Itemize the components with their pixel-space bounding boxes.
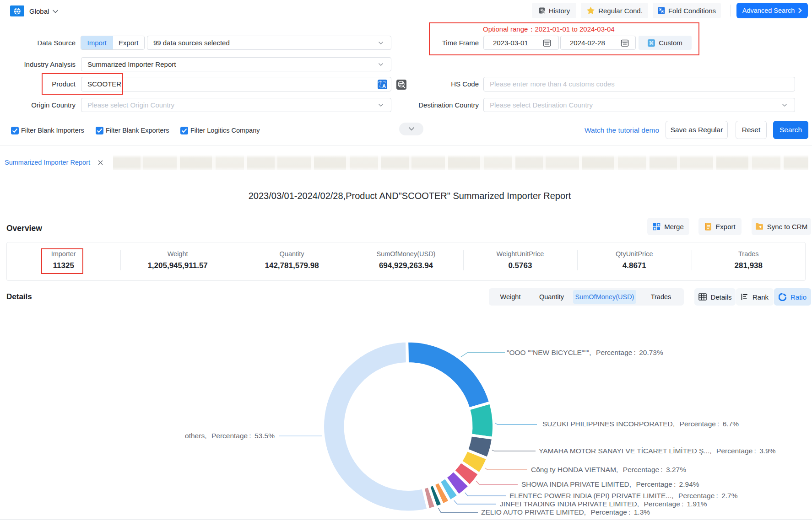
svg-text:A: A xyxy=(382,83,386,89)
svg-text:⌘: ⌘ xyxy=(649,40,654,46)
